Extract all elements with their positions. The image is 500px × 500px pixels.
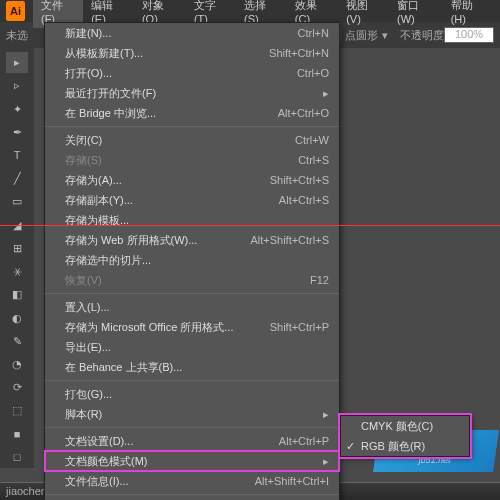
submenu-rgb[interactable]: ✓ RGB 颜色(R) — [341, 436, 469, 456]
file-menu-item-3[interactable]: 最近打开的文件(F)▸ — [45, 83, 339, 103]
tool-grid[interactable]: ⊞ — [6, 238, 28, 259]
menu-item-shortcut: Shift+Ctrl+S — [270, 174, 329, 186]
tool-pen[interactable]: ✒ — [6, 122, 28, 143]
file-menu-item-12[interactable]: 存储选中的切片... — [45, 250, 339, 270]
tool-type[interactable]: T — [6, 145, 28, 166]
file-menu-item-8[interactable]: 存储为(A)...Shift+Ctrl+S — [45, 170, 339, 190]
file-menu-item-15[interactable]: 置入(L)... — [45, 297, 339, 317]
menu-item-label: 文档设置(D)... — [65, 434, 269, 449]
menu-item-label: 在 Behance 上共享(B)... — [65, 360, 329, 375]
opacity-value[interactable]: 100% — [444, 27, 494, 43]
check-icon: ✓ — [346, 440, 355, 453]
menu-item-shortcut: Alt+Shift+Ctrl+S — [250, 234, 329, 246]
menu-item-shortcut: Ctrl+S — [298, 154, 329, 166]
file-menu-item-13: 恢复(V)F12 — [45, 270, 339, 290]
toolbox: ▸ ▹ ✦ ✒ T ╱ ▭ ◢ ⊞ ⚹ ◧ ◐ ✎ ◔ ⟳ ⬚ ■ □ — [0, 48, 34, 468]
file-menu-item-1[interactable]: 从模板新建(T)...Shift+Ctrl+N — [45, 43, 339, 63]
chevron-down-icon[interactable]: ▾ — [382, 29, 388, 42]
submenu-arrow-icon: ▸ — [323, 87, 329, 100]
tool-width[interactable]: ◐ — [6, 307, 28, 328]
file-menu-dropdown: 新建(N)...Ctrl+N从模板新建(T)...Shift+Ctrl+N打开(… — [44, 22, 340, 500]
menu-item-label: 存储选中的切片... — [65, 253, 329, 268]
menu-help[interactable]: 帮助(H) — [443, 0, 494, 28]
menu-item-label: 从模板新建(T)... — [65, 46, 259, 61]
tool-rectangle[interactable]: ▭ — [6, 191, 28, 212]
file-menu-item-25[interactable]: 文件信息(I)...Alt+Shift+Ctrl+I — [45, 471, 339, 491]
menu-item-shortcut: Alt+Shift+Ctrl+I — [255, 475, 329, 487]
menu-item-label: 在 Bridge 中浏览... — [65, 106, 268, 121]
tool-rotate[interactable]: ⚹ — [6, 261, 28, 282]
menu-item-label: 存储副本(Y)... — [65, 193, 269, 208]
menu-separator — [45, 126, 339, 127]
file-menu-item-17[interactable]: 导出(E)... — [45, 337, 339, 357]
file-menu-item-11[interactable]: 存储为 Web 所用格式(W)...Alt+Shift+Ctrl+S — [45, 230, 339, 250]
tool-direct[interactable]: ▹ — [6, 75, 28, 96]
file-menu-item-10[interactable]: 存储为模板... — [45, 210, 339, 230]
annotation-line — [0, 225, 500, 226]
app-logo: Ai — [6, 1, 25, 21]
file-menu-item-21[interactable]: 脚本(R)▸ — [45, 404, 339, 424]
tool-pencil[interactable]: ✎ — [6, 331, 28, 352]
file-menu-item-20[interactable]: 打包(G)... — [45, 384, 339, 404]
color-mode-submenu: CMYK 颜色(C) ✓ RGB 颜色(R) — [340, 415, 470, 457]
menu-item-label: 打包(G)... — [65, 387, 329, 402]
file-menu-item-18[interactable]: 在 Behance 上共享(B)... — [45, 357, 339, 377]
menu-item-shortcut: Ctrl+N — [298, 27, 329, 39]
file-menu-item-16[interactable]: 存储为 Microsoft Office 所用格式...Shift+Ctrl+P — [45, 317, 339, 337]
menu-separator — [45, 380, 339, 381]
tool-gradient[interactable]: ⟳ — [6, 377, 28, 398]
menu-item-label: 置入(L)... — [65, 300, 329, 315]
menu-item-shortcut: Ctrl+W — [295, 134, 329, 146]
submenu-arrow-icon: ▸ — [323, 455, 329, 468]
app-root: Ai 文件(F) 编辑(E) 对象(O) 文字(T) 选择(S) 效果(C) 视… — [0, 0, 500, 500]
menu-item-label: 新建(N)... — [65, 26, 288, 41]
file-menu-item-6[interactable]: 关闭(C)Ctrl+W — [45, 130, 339, 150]
file-menu-item-4[interactable]: 在 Bridge 中浏览...Alt+Ctrl+O — [45, 103, 339, 123]
file-menu-item-0[interactable]: 新建(N)...Ctrl+N — [45, 23, 339, 43]
file-menu-item-23[interactable]: 文档设置(D)...Alt+Ctrl+P — [45, 431, 339, 451]
tool-magic[interactable]: ✦ — [6, 98, 28, 119]
menu-item-label: 存储为 Web 所用格式(W)... — [65, 233, 240, 248]
menu-item-shortcut: Alt+Ctrl+S — [279, 194, 329, 206]
fill-swatch[interactable]: ■ — [6, 424, 28, 445]
tool-mesh[interactable]: ◔ — [6, 354, 28, 375]
tool-selection[interactable]: ▸ — [6, 52, 28, 73]
menu-view[interactable]: 视图(V) — [338, 0, 389, 28]
submenu-cmyk-label: CMYK 颜色(C) — [361, 419, 459, 434]
menu-separator — [45, 293, 339, 294]
opacity-label: 不透明度 — [400, 28, 444, 43]
menu-item-shortcut: Shift+Ctrl+P — [270, 321, 329, 333]
menu-item-label: 导出(E)... — [65, 340, 329, 355]
file-menu-item-7: 存储(S)Ctrl+S — [45, 150, 339, 170]
menu-item-shortcut: Alt+Ctrl+O — [278, 107, 329, 119]
menu-item-label: 文档颜色模式(M) — [65, 454, 317, 469]
menu-separator — [45, 427, 339, 428]
stroke-swatch[interactable]: □ — [6, 447, 28, 468]
menu-item-shortcut: Shift+Ctrl+N — [269, 47, 329, 59]
menu-separator — [45, 494, 339, 495]
menu-item-label: 存储为(A)... — [65, 173, 260, 188]
menu-item-label: 存储为 Microsoft Office 所用格式... — [65, 320, 260, 335]
submenu-arrow-icon: ▸ — [323, 408, 329, 421]
file-menu-item-24[interactable]: 文档颜色模式(M)▸ — [45, 451, 339, 471]
menu-item-label: 关闭(C) — [65, 133, 285, 148]
menu-item-shortcut: F12 — [310, 274, 329, 286]
submenu-cmyk[interactable]: CMYK 颜色(C) — [341, 416, 469, 436]
tool-scale[interactable]: ◧ — [6, 284, 28, 305]
menu-item-label: 脚本(R) — [65, 407, 317, 422]
menu-item-label: 恢复(V) — [65, 273, 300, 288]
tool-line[interactable]: ╱ — [6, 168, 28, 189]
menu-item-label: 存储(S) — [65, 153, 288, 168]
menu-item-shortcut: Alt+Ctrl+P — [279, 435, 329, 447]
menu-item-label: 文件信息(I)... — [65, 474, 245, 489]
stroke-label: 点圆形 — [345, 28, 378, 43]
file-menu-item-2[interactable]: 打开(O)...Ctrl+O — [45, 63, 339, 83]
menu-item-shortcut: Ctrl+O — [297, 67, 329, 79]
menubar: Ai 文件(F) 编辑(E) 对象(O) 文字(T) 选择(S) 效果(C) 视… — [0, 0, 500, 22]
menu-item-label: 最近打开的文件(F) — [65, 86, 317, 101]
tool-artboard[interactable]: ⬚ — [6, 400, 28, 421]
menu-window[interactable]: 窗口(W) — [389, 0, 443, 28]
submenu-rgb-label: RGB 颜色(R) — [361, 439, 459, 454]
menu-item-label: 打开(O)... — [65, 66, 287, 81]
file-menu-item-9[interactable]: 存储副本(Y)...Alt+Ctrl+S — [45, 190, 339, 210]
